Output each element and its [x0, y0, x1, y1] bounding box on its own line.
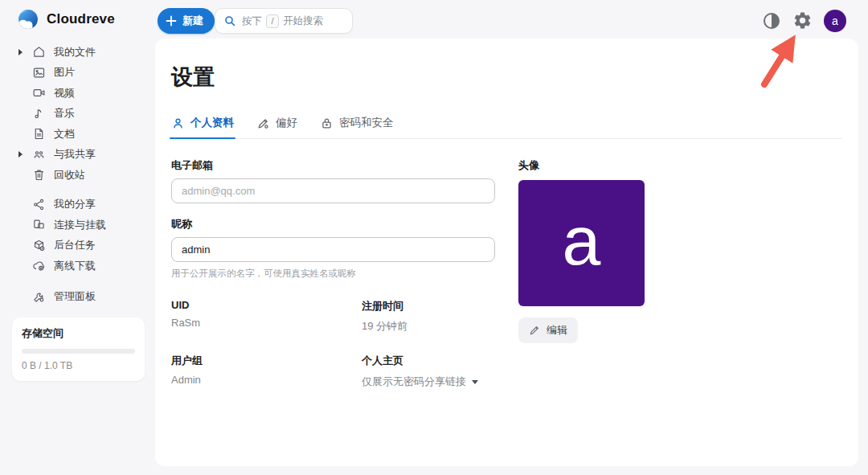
uid-group: UID RaSm: [171, 299, 362, 334]
sidebar-item-label: 音乐: [54, 106, 75, 121]
sidebar-item-connections[interactable]: 连接与挂载: [0, 215, 155, 235]
chevron-down-icon: [472, 380, 478, 384]
tasks-cube-icon: [32, 239, 46, 252]
sidebar-item-label: 离线下载: [54, 259, 96, 273]
sidebar-item-my-files[interactable]: 我的文件: [0, 42, 155, 63]
search-input[interactable]: 按下 / 开始搜索: [215, 8, 353, 34]
settings-panel: 设置 个人资料 偏好 密码和安全: [155, 39, 858, 466]
brand-name: Cloudreve: [47, 11, 115, 27]
storage-card: 存储空间 0 B / 1.0 TB: [12, 317, 145, 381]
settings-tabs: 个人资料 偏好 密码和安全: [171, 116, 842, 139]
sidebar-item-trash[interactable]: 回收站: [0, 165, 155, 186]
uid-label: UID: [171, 299, 362, 311]
expand-caret-icon[interactable]: [18, 151, 23, 158]
slash-keycap: /: [266, 14, 279, 28]
people-icon: [32, 148, 46, 162]
homepage-dropdown-value: 仅展示无密码分享链接: [362, 375, 466, 389]
nickname-label: 昵称: [171, 217, 495, 231]
trash-icon: [32, 168, 46, 182]
pen-icon: [256, 117, 270, 130]
user-group-value: Admin: [171, 374, 362, 386]
sidebar-item-label: 连接与挂载: [54, 218, 106, 232]
storage-progress-bar: [22, 349, 135, 354]
sidebar-item-label: 管理面板: [54, 289, 96, 304]
storage-title: 存储空间: [22, 326, 135, 341]
tab-preferences[interactable]: 偏好: [256, 116, 297, 138]
sidebar-item-label: 文档: [54, 127, 75, 141]
sidebar-item-label: 与我共享: [54, 147, 96, 162]
search-placeholder: 按下 / 开始搜索: [242, 14, 323, 28]
search-icon: [223, 14, 236, 27]
tab-profile[interactable]: 个人资料: [171, 116, 234, 138]
sidebar-item-background-tasks[interactable]: 后台任务: [0, 235, 155, 256]
sidebar-item-label: 后台任务: [54, 238, 96, 252]
nickname-helper-text: 用于公开展示的名字，可使用真实姓名或昵称: [171, 268, 495, 280]
wrench-icon: [32, 290, 46, 304]
nickname-input[interactable]: [171, 237, 495, 262]
theme-contrast-toggle[interactable]: [762, 11, 781, 31]
expand-caret-icon[interactable]: [18, 49, 23, 55]
user-group-group: 用户组 Admin: [171, 354, 362, 389]
sidebar-item-label: 回收站: [54, 168, 85, 182]
sidebar-item-documents[interactable]: 文档: [0, 124, 155, 145]
sidebar-item-my-shares[interactable]: 我的分享: [0, 195, 155, 215]
avatar-label: 头像: [518, 158, 645, 173]
edit-avatar-button[interactable]: 编辑: [518, 317, 578, 343]
sidebar-item-offline-download[interactable]: 离线下载: [0, 256, 155, 276]
cloudreve-logo-icon: [18, 9, 39, 30]
sidebar-item-label: 图片: [54, 65, 75, 80]
new-button-label: 新建: [182, 14, 203, 28]
page-title: 设置: [171, 63, 842, 92]
email-input[interactable]: [171, 178, 495, 203]
lock-icon: [320, 117, 334, 130]
tab-label: 个人资料: [190, 116, 234, 130]
user-group-label: 用户组: [171, 354, 362, 368]
tab-password-security[interactable]: 密码和安全: [320, 116, 394, 138]
music-note-icon: [32, 107, 46, 121]
sidebar-item-admin-panel[interactable]: 管理面板: [0, 287, 155, 308]
tab-label: 密码和安全: [339, 116, 394, 130]
sidebar-item-label: 视频: [54, 86, 75, 100]
user-avatar-small[interactable]: a: [824, 10, 846, 32]
video-icon: [32, 86, 46, 100]
sidebar-item-videos[interactable]: 视频: [0, 83, 155, 104]
uid-value: RaSm: [171, 317, 362, 329]
nickname-field-group: 昵称 用于公开展示的名字，可使用真实姓名或昵称: [171, 217, 495, 280]
storage-usage-text: 0 B / 1.0 TB: [22, 360, 135, 371]
registration-time-group: 注册时间 19 分钟前: [362, 299, 495, 334]
sidebar-item-music[interactable]: 音乐: [0, 104, 155, 125]
avatar-small-letter: a: [832, 14, 838, 27]
person-icon: [171, 117, 185, 130]
image-icon: [32, 66, 46, 80]
homepage-group: 个人主页 仅展示无密码分享链接: [362, 354, 495, 389]
registration-time-value: 19 分钟前: [362, 319, 495, 334]
devices-icon: [32, 218, 46, 231]
homepage-label: 个人主页: [362, 354, 495, 368]
share-icon: [32, 198, 46, 211]
homepage-visibility-dropdown[interactable]: 仅展示无密码分享链接: [362, 375, 478, 389]
sidebar-item-shared-with-me[interactable]: 与我共享: [0, 145, 155, 166]
document-icon: [32, 127, 46, 141]
user-avatar-large: a: [518, 180, 645, 306]
cloud-download-icon: [32, 259, 46, 272]
sidebar: 我的文件 图片 视频 音乐 文档 与我共享: [0, 39, 155, 475]
registration-time-label: 注册时间: [362, 299, 495, 313]
pencil-icon: [529, 325, 540, 336]
new-button[interactable]: 新建: [158, 8, 215, 34]
plus-icon: [166, 15, 177, 27]
edit-avatar-label: 编辑: [547, 323, 567, 338]
sidebar-item-label: 我的分享: [54, 197, 96, 211]
tab-label: 偏好: [276, 116, 297, 130]
app-logo[interactable]: Cloudreve: [18, 9, 115, 30]
email-label: 电子邮箱: [171, 158, 495, 173]
home-icon: [32, 45, 46, 59]
settings-gear-icon[interactable]: [792, 10, 812, 30]
sidebar-item-photos[interactable]: 图片: [0, 63, 155, 84]
email-field-group: 电子邮箱: [171, 158, 495, 203]
sidebar-item-label: 我的文件: [54, 45, 96, 59]
avatar-large-letter: a: [563, 206, 601, 281]
